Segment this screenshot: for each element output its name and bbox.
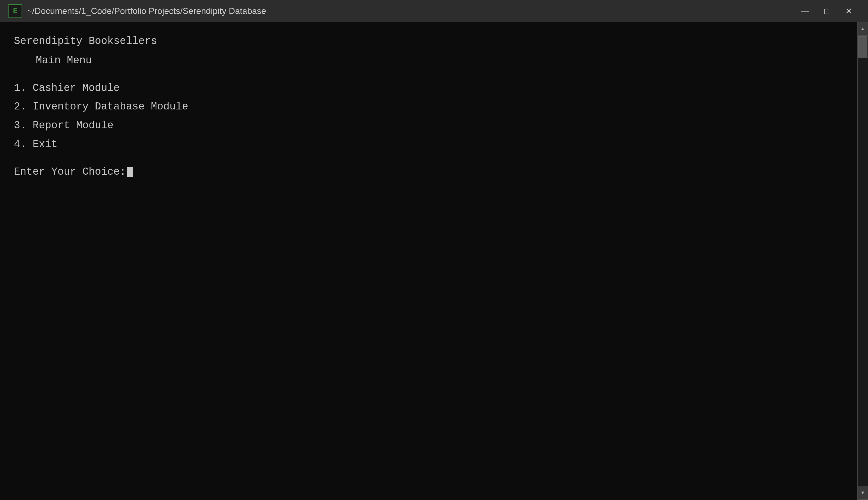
scroll-up-button[interactable]: ▲ [858,22,868,36]
menu-item-1-number: 1. [14,82,33,94]
scroll-thumb[interactable] [858,36,867,58]
maximize-button[interactable]: □ [816,0,838,22]
cursor [127,167,133,177]
menu-item-2-number: 2. [14,101,33,112]
minimize-button[interactable]: — [794,0,816,22]
menu-item-3-number: 3. [14,120,33,131]
scroll-track[interactable] [858,36,868,486]
close-button[interactable]: ✕ [838,0,859,22]
scrollbar: ▲ ▼ [857,22,868,500]
menu-item-4-number: 4. [14,138,33,150]
menu-item-1: 1. Cashier Module [14,80,844,96]
scroll-down-button[interactable]: ▼ [858,486,868,500]
prompt-line: Enter Your Choice: [14,164,844,180]
menu-item-4-label: Exit [33,138,57,150]
menu-item-2-label: Inventory Database Module [33,101,188,112]
menu-item-3: 3. Report Module [14,117,844,134]
app-icon: E [9,4,22,18]
window-title: ~/Documents/1_Code/Portfolio Projects/Se… [27,6,794,16]
content-area: Serendipity Booksellers Main Menu 1. Cas… [0,22,868,500]
menu-title: Main Menu [36,53,844,69]
menu-item-4: 4. Exit [14,136,844,153]
menu-item-1-label: Cashier Module [33,82,119,94]
menu-item-2: 2. Inventory Database Module [14,99,844,115]
terminal-window: E ~/Documents/1_Code/Portfolio Projects/… [0,0,868,500]
app-name: Serendipity Booksellers [14,33,844,50]
menu-item-3-label: Report Module [33,120,113,131]
prompt-text: Enter Your Choice: [14,164,126,180]
terminal-output[interactable]: Serendipity Booksellers Main Menu 1. Cas… [0,22,857,500]
titlebar: E ~/Documents/1_Code/Portfolio Projects/… [0,0,868,22]
window-controls: — □ ✕ [794,0,859,22]
